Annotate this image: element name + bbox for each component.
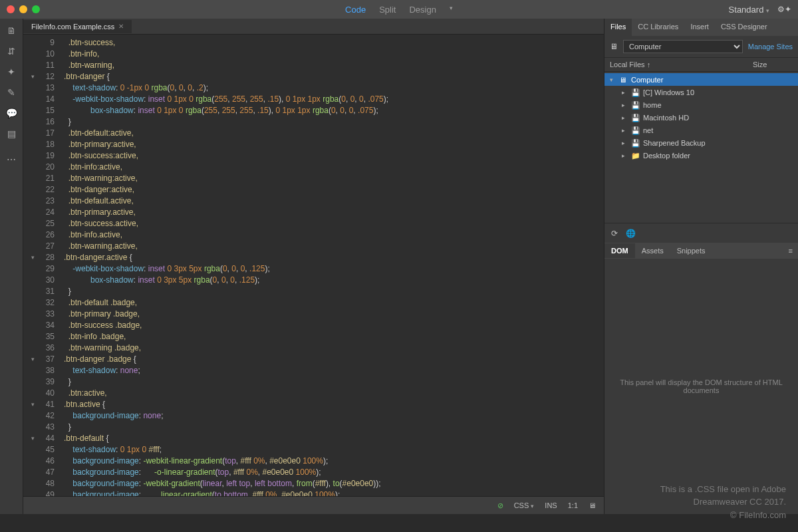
drive-icon: 💾 — [631, 139, 640, 147]
folder-icon: 📁 — [631, 152, 640, 160]
minimize-window-button[interactable] — [19, 5, 27, 13]
file-tab-label: FileInfo.com Example.css — [31, 23, 114, 31]
col-size[interactable]: Size — [753, 61, 793, 68]
tree-label: Desktop folder — [643, 152, 690, 160]
drive-icon: 💾 — [631, 126, 640, 134]
zoom-window-button[interactable] — [32, 5, 40, 13]
view-tab-split[interactable]: Split — [379, 5, 396, 15]
tree-node[interactable]: ▸💾Macintosh HD — [604, 111, 798, 124]
tree-node[interactable]: ▸💾[C] Windows 10 — [604, 86, 798, 98]
tree-label: Computer — [631, 76, 663, 84]
preview-icon[interactable]: 🖥 — [589, 501, 596, 509]
tree-label: home — [643, 101, 662, 109]
line-gutter: 9101112131415161718192021222324252627282… — [23, 35, 60, 496]
drive-icon: 💾 — [631, 88, 640, 96]
dom-tab-assets[interactable]: Assets — [635, 243, 670, 258]
dom-tab-snippets[interactable]: Snippets — [670, 243, 712, 258]
view-tab-code[interactable]: Code — [345, 5, 366, 15]
workspace-selector[interactable]: Standard ▾ — [729, 5, 769, 15]
window-controls — [7, 5, 40, 13]
tree-label: Sharpened Backup — [643, 139, 706, 147]
computer-icon: 🖥 — [619, 76, 628, 84]
tree-node[interactable]: ▸💾Sharpened Backup — [604, 136, 798, 149]
computer-icon: 🖥 — [610, 42, 618, 51]
tree-node[interactable]: ▸📁Desktop folder — [604, 149, 798, 162]
file-tabs: FileInfo.com Example.css ✕ — [23, 19, 604, 35]
tree-label: [C] Windows 10 — [643, 88, 694, 96]
highlight-icon[interactable]: ✦ — [7, 66, 15, 77]
col-local-files[interactable]: Local Files ↑ — [610, 61, 753, 68]
ftp-log-icon[interactable]: 🌐 — [626, 229, 636, 238]
status-mode: INS — [545, 501, 557, 509]
more-icon[interactable]: ⋯ — [7, 154, 16, 165]
status-ok-icon: ⊘ — [497, 501, 503, 510]
tree-label: Macintosh HD — [643, 114, 689, 122]
drive-icon: 💾 — [631, 101, 640, 109]
site-selector[interactable]: Computer — [623, 40, 743, 53]
status-bar: ⊘ CSS ▾ INS 1:1 🖥 — [23, 496, 604, 514]
format-icon[interactable]: ✎ — [7, 87, 15, 98]
file-tree: ▾🖥Computer▸💾[C] Windows 10▸💾home▸💾Macint… — [604, 72, 798, 163]
drive-icon: 💾 — [631, 114, 640, 122]
split-vert-icon[interactable]: ⇵ — [7, 46, 15, 57]
status-lang[interactable]: CSS ▾ — [514, 501, 535, 509]
files-panel-toolbar: ⟳ 🌐 — [604, 223, 798, 243]
code-area[interactable]: .btn-success, .btn-info, .btn-warning,.b… — [60, 35, 604, 496]
close-tab-icon[interactable]: ✕ — [118, 23, 124, 30]
view-switcher: CodeSplitDesign▾ — [345, 5, 453, 15]
code-editor[interactable]: 9101112131415161718192021222324252627282… — [23, 35, 604, 496]
collapse-icon[interactable]: ▤ — [7, 128, 16, 139]
panel-tab-cc-libraries[interactable]: CC Libraries — [632, 19, 684, 36]
view-tab-design[interactable]: Design — [409, 5, 436, 15]
status-pos: 1:1 — [568, 501, 578, 509]
watermark-caption: This is a .CSS file open in AdobeDreamwe… — [660, 483, 786, 522]
tree-node[interactable]: ▾🖥Computer — [604, 73, 798, 86]
dom-panel-tabs: DOMAssetsSnippets≡ — [604, 243, 798, 259]
tool-column: 🗎 ⇵ ✦ ✎ 💬 ▤ ⋯ — [0, 19, 23, 514]
tree-node[interactable]: ▸💾home — [604, 98, 798, 111]
panel-tab-files[interactable]: Files — [604, 19, 632, 36]
right-panel: FilesCC LibrariesInsertCSS Designer 🖥 Co… — [604, 19, 798, 514]
file-list-header[interactable]: Local Files ↑ Size — [604, 58, 798, 72]
file-tab[interactable]: FileInfo.com Example.css ✕ — [23, 20, 132, 33]
titlebar: CodeSplitDesign▾ Standard ▾ ⚙✦ — [0, 0, 798, 19]
file-manage-icon[interactable]: 🗎 — [7, 25, 16, 36]
files-panel-tabs: FilesCC LibrariesInsertCSS Designer — [604, 19, 798, 36]
manage-sites-link[interactable]: Manage Sites — [748, 43, 793, 51]
close-window-button[interactable] — [7, 5, 15, 13]
tree-node[interactable]: ▸💾net — [604, 124, 798, 136]
dom-empty-message: This panel will display the DOM structur… — [604, 259, 798, 514]
view-dropdown-icon[interactable]: ▾ — [450, 5, 453, 15]
panel-tab-css-designer[interactable]: CSS Designer — [715, 19, 773, 36]
panel-menu-icon[interactable]: ≡ — [782, 243, 798, 258]
tree-label: net — [643, 126, 653, 134]
panel-tab-insert[interactable]: Insert — [684, 19, 715, 36]
refresh-icon[interactable]: ⟳ — [611, 229, 618, 238]
comment-icon[interactable]: 💬 — [6, 108, 17, 118]
dom-tab-dom[interactable]: DOM — [604, 243, 635, 258]
sync-settings-icon[interactable]: ⚙✦ — [777, 5, 791, 14]
